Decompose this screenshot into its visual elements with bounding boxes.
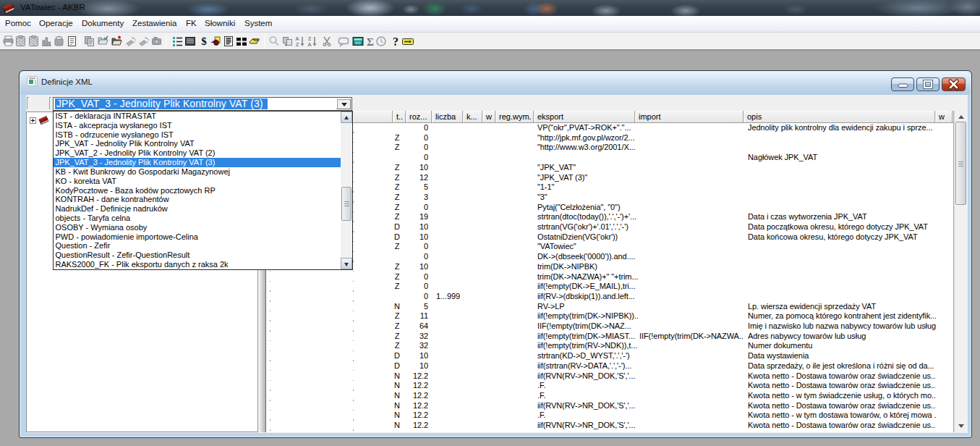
svg-text:A: A	[307, 41, 312, 47]
svg-text:Σ: Σ	[367, 36, 374, 48]
svg-text:?: ?	[393, 35, 399, 47]
svg-text:Z: Z	[296, 41, 299, 47]
svg-text:$: $	[201, 35, 207, 47]
